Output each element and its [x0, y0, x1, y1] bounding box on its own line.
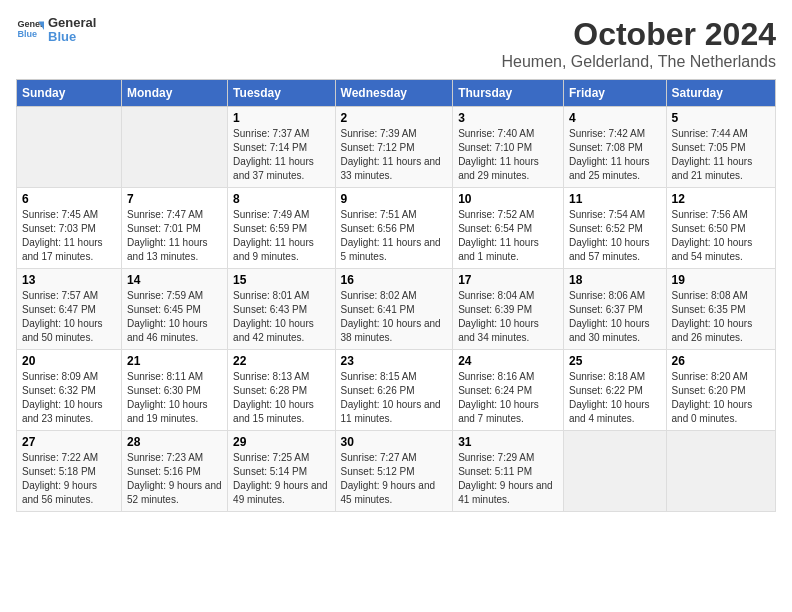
day-number: 16: [341, 273, 448, 287]
header-cell-monday: Monday: [122, 80, 228, 107]
calendar-cell: 20Sunrise: 8:09 AM Sunset: 6:32 PM Dayli…: [17, 350, 122, 431]
header-cell-thursday: Thursday: [453, 80, 564, 107]
day-number: 21: [127, 354, 222, 368]
day-number: 14: [127, 273, 222, 287]
calendar-cell: 8Sunrise: 7:49 AM Sunset: 6:59 PM Daylig…: [228, 188, 335, 269]
day-info: Sunrise: 8:02 AM Sunset: 6:41 PM Dayligh…: [341, 289, 448, 345]
day-info: Sunrise: 8:06 AM Sunset: 6:37 PM Dayligh…: [569, 289, 661, 345]
calendar-cell: 17Sunrise: 8:04 AM Sunset: 6:39 PM Dayli…: [453, 269, 564, 350]
header-cell-friday: Friday: [563, 80, 666, 107]
calendar-cell: 9Sunrise: 7:51 AM Sunset: 6:56 PM Daylig…: [335, 188, 453, 269]
calendar-cell: 6Sunrise: 7:45 AM Sunset: 7:03 PM Daylig…: [17, 188, 122, 269]
day-info: Sunrise: 7:29 AM Sunset: 5:11 PM Dayligh…: [458, 451, 558, 507]
day-info: Sunrise: 7:56 AM Sunset: 6:50 PM Dayligh…: [672, 208, 770, 264]
week-row-2: 6Sunrise: 7:45 AM Sunset: 7:03 PM Daylig…: [17, 188, 776, 269]
day-number: 1: [233, 111, 329, 125]
day-number: 19: [672, 273, 770, 287]
day-info: Sunrise: 7:40 AM Sunset: 7:10 PM Dayligh…: [458, 127, 558, 183]
calendar-cell: 5Sunrise: 7:44 AM Sunset: 7:05 PM Daylig…: [666, 107, 775, 188]
day-number: 12: [672, 192, 770, 206]
day-info: Sunrise: 8:04 AM Sunset: 6:39 PM Dayligh…: [458, 289, 558, 345]
calendar-cell: 26Sunrise: 8:20 AM Sunset: 6:20 PM Dayli…: [666, 350, 775, 431]
day-number: 10: [458, 192, 558, 206]
day-info: Sunrise: 7:51 AM Sunset: 6:56 PM Dayligh…: [341, 208, 448, 264]
day-number: 23: [341, 354, 448, 368]
calendar-cell: 16Sunrise: 8:02 AM Sunset: 6:41 PM Dayli…: [335, 269, 453, 350]
day-number: 6: [22, 192, 116, 206]
day-info: Sunrise: 7:49 AM Sunset: 6:59 PM Dayligh…: [233, 208, 329, 264]
day-number: 26: [672, 354, 770, 368]
calendar-cell: 24Sunrise: 8:16 AM Sunset: 6:24 PM Dayli…: [453, 350, 564, 431]
day-info: Sunrise: 7:23 AM Sunset: 5:16 PM Dayligh…: [127, 451, 222, 507]
calendar-cell: 11Sunrise: 7:54 AM Sunset: 6:52 PM Dayli…: [563, 188, 666, 269]
day-number: 3: [458, 111, 558, 125]
day-info: Sunrise: 7:27 AM Sunset: 5:12 PM Dayligh…: [341, 451, 448, 507]
day-number: 24: [458, 354, 558, 368]
day-info: Sunrise: 8:16 AM Sunset: 6:24 PM Dayligh…: [458, 370, 558, 426]
calendar-cell: 12Sunrise: 7:56 AM Sunset: 6:50 PM Dayli…: [666, 188, 775, 269]
day-number: 13: [22, 273, 116, 287]
day-info: Sunrise: 8:20 AM Sunset: 6:20 PM Dayligh…: [672, 370, 770, 426]
day-info: Sunrise: 8:01 AM Sunset: 6:43 PM Dayligh…: [233, 289, 329, 345]
day-number: 11: [569, 192, 661, 206]
day-number: 8: [233, 192, 329, 206]
calendar-cell: 10Sunrise: 7:52 AM Sunset: 6:54 PM Dayli…: [453, 188, 564, 269]
day-number: 27: [22, 435, 116, 449]
day-number: 30: [341, 435, 448, 449]
day-info: Sunrise: 8:08 AM Sunset: 6:35 PM Dayligh…: [672, 289, 770, 345]
header-row: SundayMondayTuesdayWednesdayThursdayFrid…: [17, 80, 776, 107]
header: General Blue General Blue October 2024 H…: [16, 16, 776, 71]
day-number: 28: [127, 435, 222, 449]
calendar-cell: 22Sunrise: 8:13 AM Sunset: 6:28 PM Dayli…: [228, 350, 335, 431]
calendar-cell: [17, 107, 122, 188]
day-info: Sunrise: 7:39 AM Sunset: 7:12 PM Dayligh…: [341, 127, 448, 183]
calendar-cell: 25Sunrise: 8:18 AM Sunset: 6:22 PM Dayli…: [563, 350, 666, 431]
logo-line2: Blue: [48, 30, 96, 44]
calendar-cell: 29Sunrise: 7:25 AM Sunset: 5:14 PM Dayli…: [228, 431, 335, 512]
day-info: Sunrise: 8:13 AM Sunset: 6:28 PM Dayligh…: [233, 370, 329, 426]
day-number: 17: [458, 273, 558, 287]
day-number: 7: [127, 192, 222, 206]
day-info: Sunrise: 8:18 AM Sunset: 6:22 PM Dayligh…: [569, 370, 661, 426]
logo-text: General Blue: [48, 16, 96, 45]
day-number: 15: [233, 273, 329, 287]
calendar-cell: 15Sunrise: 8:01 AM Sunset: 6:43 PM Dayli…: [228, 269, 335, 350]
header-cell-sunday: Sunday: [17, 80, 122, 107]
calendar-cell: 27Sunrise: 7:22 AM Sunset: 5:18 PM Dayli…: [17, 431, 122, 512]
calendar-cell: 31Sunrise: 7:29 AM Sunset: 5:11 PM Dayli…: [453, 431, 564, 512]
day-info: Sunrise: 8:11 AM Sunset: 6:30 PM Dayligh…: [127, 370, 222, 426]
calendar-title: October 2024: [501, 16, 776, 53]
calendar-table: SundayMondayTuesdayWednesdayThursdayFrid…: [16, 79, 776, 512]
day-number: 9: [341, 192, 448, 206]
logo-line1: General: [48, 16, 96, 30]
calendar-cell: 19Sunrise: 8:08 AM Sunset: 6:35 PM Dayli…: [666, 269, 775, 350]
calendar-cell: [666, 431, 775, 512]
day-number: 31: [458, 435, 558, 449]
day-number: 29: [233, 435, 329, 449]
day-number: 22: [233, 354, 329, 368]
day-info: Sunrise: 7:59 AM Sunset: 6:45 PM Dayligh…: [127, 289, 222, 345]
svg-text:Blue: Blue: [17, 29, 37, 39]
day-info: Sunrise: 7:25 AM Sunset: 5:14 PM Dayligh…: [233, 451, 329, 507]
day-info: Sunrise: 7:37 AM Sunset: 7:14 PM Dayligh…: [233, 127, 329, 183]
calendar-cell: 18Sunrise: 8:06 AM Sunset: 6:37 PM Dayli…: [563, 269, 666, 350]
svg-text:General: General: [17, 19, 44, 29]
calendar-cell: 3Sunrise: 7:40 AM Sunset: 7:10 PM Daylig…: [453, 107, 564, 188]
logo-icon: General Blue: [16, 16, 44, 44]
day-number: 2: [341, 111, 448, 125]
header-cell-tuesday: Tuesday: [228, 80, 335, 107]
calendar-cell: 21Sunrise: 8:11 AM Sunset: 6:30 PM Dayli…: [122, 350, 228, 431]
day-info: Sunrise: 7:42 AM Sunset: 7:08 PM Dayligh…: [569, 127, 661, 183]
calendar-cell: 2Sunrise: 7:39 AM Sunset: 7:12 PM Daylig…: [335, 107, 453, 188]
calendar-cell: [563, 431, 666, 512]
calendar-cell: 4Sunrise: 7:42 AM Sunset: 7:08 PM Daylig…: [563, 107, 666, 188]
calendar-cell: 30Sunrise: 7:27 AM Sunset: 5:12 PM Dayli…: [335, 431, 453, 512]
day-number: 4: [569, 111, 661, 125]
calendar-cell: 1Sunrise: 7:37 AM Sunset: 7:14 PM Daylig…: [228, 107, 335, 188]
day-info: Sunrise: 8:15 AM Sunset: 6:26 PM Dayligh…: [341, 370, 448, 426]
day-number: 5: [672, 111, 770, 125]
day-info: Sunrise: 7:47 AM Sunset: 7:01 PM Dayligh…: [127, 208, 222, 264]
calendar-cell: 13Sunrise: 7:57 AM Sunset: 6:47 PM Dayli…: [17, 269, 122, 350]
header-cell-saturday: Saturday: [666, 80, 775, 107]
day-info: Sunrise: 8:09 AM Sunset: 6:32 PM Dayligh…: [22, 370, 116, 426]
